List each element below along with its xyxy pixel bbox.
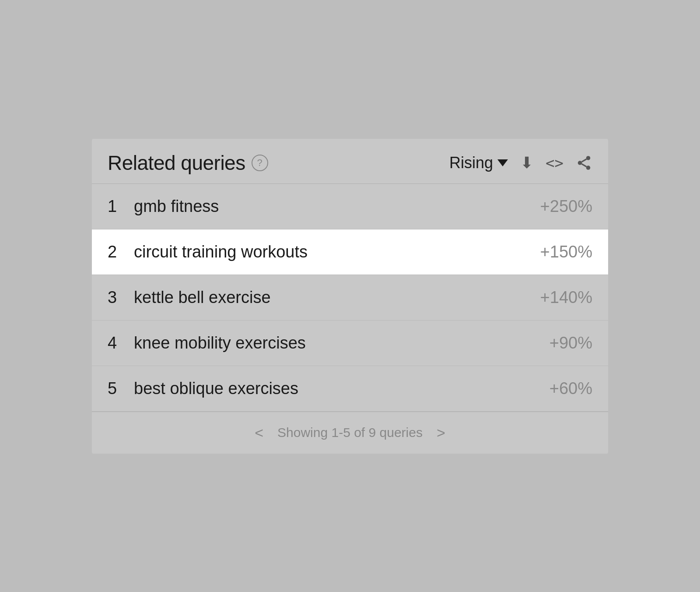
row-value: +90% — [550, 334, 592, 352]
filter-label: Rising — [449, 154, 493, 172]
next-page-button[interactable]: > — [433, 424, 449, 441]
card-header: Related queries ? Rising ⬇ <> — [92, 139, 608, 184]
row-query-text: kettle bell exercise — [134, 288, 540, 307]
svg-line-3 — [582, 164, 587, 166]
download-icon: ⬇ — [520, 154, 533, 172]
svg-point-1 — [578, 161, 582, 165]
page-title: Related queries — [108, 151, 245, 175]
prev-page-button[interactable]: < — [251, 424, 267, 441]
chevron-down-icon — [497, 159, 508, 166]
pagination-text: Showing 1-5 of 9 queries — [277, 425, 423, 440]
table-row[interactable]: 2 circuit training workouts +150% — [92, 229, 608, 275]
row-number: 5 — [108, 379, 134, 398]
share-button[interactable] — [576, 155, 592, 171]
svg-line-4 — [582, 159, 587, 162]
embed-button[interactable]: <> — [546, 154, 564, 172]
download-button[interactable]: ⬇ — [520, 154, 533, 172]
header-right: Rising ⬇ <> — [449, 154, 592, 172]
share-icon — [576, 155, 592, 171]
svg-point-2 — [586, 166, 591, 170]
table-body: 1 gmb fitness +250% 2 circuit training w… — [92, 184, 608, 412]
table-row[interactable]: 1 gmb fitness +250% — [92, 184, 608, 229]
row-query-text: circuit training workouts — [134, 243, 540, 261]
row-value: +140% — [540, 288, 592, 307]
row-query-text: knee mobility exercises — [134, 334, 550, 352]
row-value: +250% — [540, 197, 592, 216]
embed-icon: <> — [546, 154, 564, 172]
table-row[interactable]: 5 best oblique exercises +60% — [92, 366, 608, 412]
table-row[interactable]: 4 knee mobility exercises +90% — [92, 321, 608, 366]
row-number: 3 — [108, 288, 134, 307]
row-number: 1 — [108, 197, 134, 216]
help-icon[interactable]: ? — [252, 155, 268, 171]
svg-point-0 — [586, 156, 591, 160]
row-number: 2 — [108, 243, 134, 261]
filter-dropdown[interactable]: Rising — [449, 154, 508, 172]
help-icon-label: ? — [257, 157, 262, 169]
header-left: Related queries ? — [108, 151, 268, 175]
row-query-text: best oblique exercises — [134, 379, 550, 398]
row-value: +150% — [540, 243, 592, 261]
row-value: +60% — [550, 379, 592, 398]
row-number: 4 — [108, 334, 134, 352]
row-query-text: gmb fitness — [134, 197, 540, 216]
table-row[interactable]: 3 kettle bell exercise +140% — [92, 275, 608, 321]
card-footer: < Showing 1-5 of 9 queries > — [92, 412, 608, 454]
related-queries-card: Related queries ? Rising ⬇ <> — [92, 139, 608, 454]
